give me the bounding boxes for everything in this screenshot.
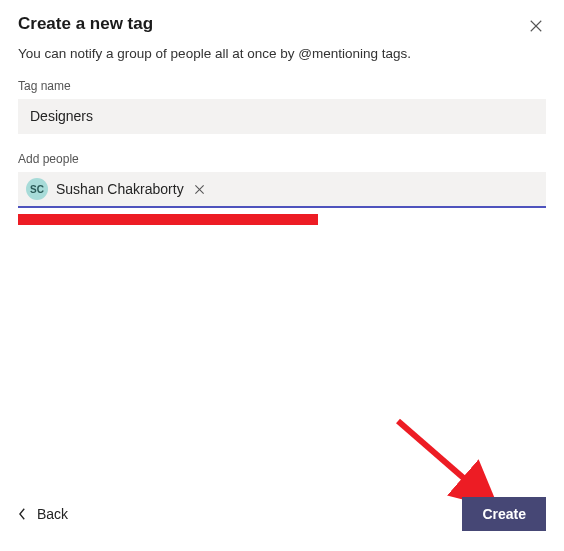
chevron-left-icon xyxy=(18,507,27,521)
person-chip: SC Sushan Chakraborty xyxy=(26,178,208,200)
highlight-annotation xyxy=(18,214,318,225)
back-button[interactable]: Back xyxy=(18,506,68,522)
back-label: Back xyxy=(37,506,68,522)
dialog-subtitle: You can notify a group of people all at … xyxy=(18,46,546,61)
svg-line-5 xyxy=(398,421,490,501)
person-name: Sushan Chakraborty xyxy=(56,181,184,197)
close-icon xyxy=(529,19,543,33)
close-icon xyxy=(194,184,205,195)
dialog-title: Create a new tag xyxy=(18,14,153,34)
add-people-input[interactable]: SC Sushan Chakraborty xyxy=(18,172,546,208)
close-button[interactable] xyxy=(526,16,546,36)
tag-name-label: Tag name xyxy=(18,79,546,93)
add-people-label: Add people xyxy=(18,152,546,166)
tag-name-input[interactable] xyxy=(18,99,546,134)
create-button[interactable]: Create xyxy=(462,497,546,531)
avatar: SC xyxy=(26,178,48,200)
remove-person-button[interactable] xyxy=(192,181,208,197)
